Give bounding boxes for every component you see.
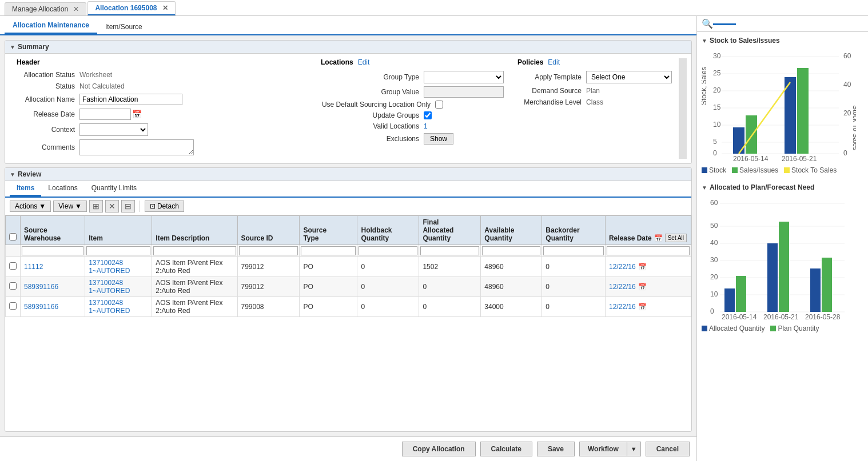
row-checkbox[interactable] bbox=[9, 282, 17, 290]
source-id-cell: 799012 bbox=[237, 257, 300, 277]
group-value-input[interactable] bbox=[424, 86, 504, 98]
update-groups-label: Update Groups bbox=[321, 111, 424, 119]
legend-plan-label: Plan Quantity bbox=[778, 324, 819, 332]
row-checkbox[interactable] bbox=[9, 262, 17, 270]
locations-header: Locations Edit bbox=[321, 58, 504, 66]
release-date-cell[interactable]: 12/22/16📅 bbox=[605, 257, 691, 277]
row-checkbox[interactable] bbox=[9, 302, 17, 310]
release-date-cell[interactable]: 12/22/16📅 bbox=[605, 297, 691, 317]
source-warehouse-cell[interactable]: 589391166 bbox=[21, 277, 85, 297]
th-item: Item bbox=[85, 216, 152, 245]
item-cell[interactable]: 137100248 1~AUTORED bbox=[85, 277, 152, 297]
view-button[interactable]: View ▼ bbox=[53, 201, 87, 212]
grid-edit-icon[interactable]: ⊞ bbox=[89, 200, 103, 213]
filter-release-date-input[interactable] bbox=[607, 246, 690, 255]
item-cell[interactable]: 137100248 1~AUTORED bbox=[85, 297, 152, 317]
filter-item-input[interactable] bbox=[86, 246, 150, 255]
use-default-checkbox[interactable] bbox=[435, 101, 443, 109]
source-type-cell: PO bbox=[300, 257, 357, 277]
tab-allocation-maintenance-label: Allocation Maintenance bbox=[13, 21, 89, 29]
actions-button[interactable]: Actions ▼ bbox=[10, 201, 51, 212]
merchandise-level-row: Merchandise Level Class bbox=[517, 98, 672, 106]
holdback-qty-cell: 0 bbox=[357, 297, 419, 317]
summary-title: Summary bbox=[18, 43, 49, 51]
summary-collapse-icon[interactable]: ▼ bbox=[10, 44, 15, 50]
svg-text:2016-05-14: 2016-05-14 bbox=[733, 155, 769, 162]
plan-bar-2 bbox=[779, 222, 789, 312]
valid-locations-value[interactable]: 1 bbox=[424, 122, 428, 130]
svg-text:0: 0 bbox=[713, 149, 717, 157]
delete-icon[interactable]: ✕ bbox=[105, 200, 119, 213]
legend-sts-dot bbox=[784, 167, 790, 173]
source-warehouse-cell[interactable]: 11112 bbox=[21, 257, 85, 277]
calculate-button[interactable]: Calculate bbox=[480, 442, 532, 456]
release-date-cell[interactable]: 12/22/16📅 bbox=[605, 277, 691, 297]
main-layout: Allocation Maintenance Item/Source ▼ Sum… bbox=[0, 16, 868, 461]
tab-manage-allocation[interactable]: Manage Allocation ✕ bbox=[5, 2, 86, 15]
filter-holdback-qty bbox=[357, 245, 419, 257]
filter-source-warehouse-input[interactable] bbox=[22, 246, 83, 255]
legend-allocated-dot bbox=[702, 326, 707, 331]
policies-edit-link[interactable]: Edit bbox=[548, 58, 560, 66]
tab-allocation-maintenance[interactable]: Allocation Maintenance bbox=[5, 18, 97, 34]
panel-icon: 🔍 bbox=[702, 18, 713, 29]
row-cal-icon[interactable]: 📅 bbox=[638, 283, 647, 291]
refresh-icon[interactable]: ⊟ bbox=[121, 200, 135, 213]
item-cell[interactable]: 137100248 1~AUTORED bbox=[85, 257, 152, 277]
policies-col: Policies Edit Apply Template Select One … bbox=[511, 58, 679, 159]
svg-text:50: 50 bbox=[710, 222, 718, 230]
locations-edit-link[interactable]: Edit bbox=[358, 58, 370, 66]
source-warehouse-cell[interactable]: 589391166 bbox=[21, 297, 85, 317]
holdback-qty-cell: 0 bbox=[357, 277, 419, 297]
review-tab-quantity-limits[interactable]: Quantity Limits bbox=[85, 181, 144, 197]
tab-allocation-1695008[interactable]: Allocation 1695008 ✕ bbox=[87, 1, 175, 15]
summary-scrollbar[interactable] bbox=[679, 58, 687, 159]
svg-text:60: 60 bbox=[843, 52, 851, 60]
row-checkbox-cell bbox=[6, 297, 21, 317]
row-cal-icon[interactable]: 📅 bbox=[638, 263, 647, 271]
copy-allocation-button[interactable]: Copy Allocation bbox=[402, 442, 476, 456]
allocation-name-input[interactable] bbox=[79, 94, 182, 105]
release-date-input[interactable] bbox=[79, 109, 131, 120]
workflow-button[interactable]: Workflow bbox=[579, 442, 627, 456]
release-date-col-header: Release Date 📅 Set All bbox=[609, 234, 687, 242]
workflow-dropdown-button[interactable]: ▼ bbox=[627, 442, 641, 456]
stock-to-sales-chart: ▼ Stock to Sales/Issues 30 25 20 15 10 5… bbox=[702, 37, 863, 174]
chart1-collapse[interactable]: ▼ bbox=[702, 38, 707, 44]
cancel-button[interactable]: Cancel bbox=[646, 442, 690, 456]
filter-holdback-qty-input[interactable] bbox=[359, 246, 417, 255]
chart2-collapse[interactable]: ▼ bbox=[702, 185, 707, 191]
release-date-cal-icon[interactable]: 📅 bbox=[654, 234, 663, 242]
filter-source-id-input[interactable] bbox=[239, 246, 298, 255]
update-groups-checkbox[interactable] bbox=[424, 111, 432, 119]
comments-input[interactable] bbox=[79, 139, 194, 155]
apply-template-select[interactable]: Select One bbox=[586, 71, 672, 83]
group-type-label: Group Type bbox=[321, 73, 424, 81]
row-cal-icon[interactable]: 📅 bbox=[638, 303, 647, 311]
tab-manage-allocation-close[interactable]: ✕ bbox=[73, 5, 79, 13]
review-tab-bar: Items Locations Quantity Limits bbox=[5, 181, 691, 198]
header-col-title: Header bbox=[17, 58, 307, 66]
sales-bar-1 bbox=[746, 115, 757, 154]
group-type-select[interactable] bbox=[424, 71, 504, 83]
tab-item-source[interactable]: Item/Source bbox=[97, 19, 150, 34]
select-all-checkbox[interactable] bbox=[9, 233, 17, 240]
context-select[interactable] bbox=[79, 123, 148, 136]
review-collapse-icon[interactable]: ▼ bbox=[10, 171, 15, 178]
review-tab-items[interactable]: Items bbox=[10, 181, 41, 197]
th-checkbox bbox=[6, 216, 21, 245]
set-all-button[interactable]: Set All bbox=[665, 234, 687, 242]
detach-button[interactable]: ⊡ Detach bbox=[145, 201, 184, 212]
tab-allocation-1695008-close[interactable]: ✕ bbox=[162, 4, 168, 12]
filter-final-allocated-qty-input[interactable] bbox=[420, 246, 479, 255]
exclusions-show-button[interactable]: Show bbox=[424, 133, 453, 145]
th-source-warehouse: SourceWarehouse bbox=[21, 216, 85, 245]
release-date-calendar-icon[interactable]: 📅 bbox=[132, 110, 142, 119]
filter-backorder-qty-input[interactable] bbox=[543, 246, 604, 255]
svg-text:10: 10 bbox=[713, 121, 721, 129]
review-tab-locations[interactable]: Locations bbox=[41, 181, 84, 197]
filter-item-desc-input[interactable] bbox=[153, 246, 236, 255]
filter-available-qty-input[interactable] bbox=[482, 246, 540, 255]
filter-source-type-input[interactable] bbox=[301, 246, 356, 255]
save-button[interactable]: Save bbox=[537, 442, 575, 456]
